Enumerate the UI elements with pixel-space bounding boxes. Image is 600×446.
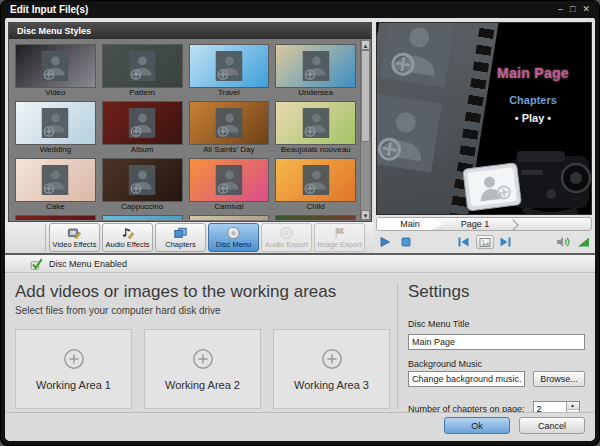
style-label: Travel [189,88,270,98]
style-thumbnail[interactable] [15,101,96,145]
maximize-button[interactable]: □ [570,5,575,14]
video-effects-button[interactable]: Video Effects [49,223,100,252]
close-button[interactable]: ✕ [582,5,590,14]
style-thumbnail[interactable] [102,101,183,145]
background-music-label: Background Music [408,359,585,369]
style-label: Beaujolais nouveau [275,145,356,155]
speaker-button[interactable] [554,235,572,249]
preview-play-link[interactable]: • Play • [481,112,585,124]
style-item-child[interactable]: Child [272,156,359,213]
style-thumbnail[interactable] [189,215,270,220]
style-thumbnail[interactable] [15,215,96,220]
skip-back-button[interactable] [455,235,473,249]
style-thumbnail[interactable] [275,215,356,220]
style-item-partial[interactable] [272,213,359,220]
person-placeholder-icon [129,165,156,195]
disc-menu-button[interactable]: Disc Menu [208,223,259,252]
style-item-cappuccino[interactable]: Cappuccino [99,156,186,213]
person-placeholder-icon [129,51,156,81]
style-thumbnail[interactable] [15,158,96,202]
style-item-partial[interactable] [186,213,273,220]
skip-forward-button[interactable] [497,235,515,249]
working-area-2[interactable]: Working Area 2 [144,329,261,409]
style-label: All Saints' Day [189,145,270,155]
styles-scrollbar[interactable]: ▲ ▼ [360,40,370,220]
volume-wedge-icon [577,236,590,248]
stop-button[interactable] [397,235,415,249]
dialog-footer: Ok Cancel [5,412,595,441]
audio-effects-button[interactable]: Audio Effects [102,223,153,252]
settings-section: Settings Disc Menu Title Background Musi… [408,282,585,417]
style-thumbnail[interactable] [102,158,183,202]
working-area-3[interactable]: Working Area 3 [273,329,390,409]
style-item-partial[interactable] [99,213,186,220]
style-thumbnail[interactable] [102,44,183,88]
style-thumbnail[interactable] [189,158,270,202]
person-placeholder-icon [129,108,156,138]
page-tabs-bar: Main Page 1 [376,217,592,231]
button-label: Image Export [317,241,362,249]
minimize-button[interactable]: – [558,5,563,14]
style-label: Wedding [15,145,96,155]
working-area-label: Working Area 3 [294,379,369,391]
camcorder-image [463,146,592,215]
person-placeholder-icon [215,165,242,195]
browse-button[interactable]: Browse... [533,371,585,387]
style-item-cake[interactable]: Cake [12,156,99,213]
style-item-travel[interactable]: Travel [186,42,273,99]
preview-menu-text: Main Page Chapters • Play • [481,65,585,124]
tab-page-1[interactable]: Page 1 [447,218,503,230]
style-thumbnail[interactable] [275,44,356,88]
working-area-1[interactable]: Working Area 1 [15,329,132,409]
volume-button[interactable] [574,235,592,249]
skip-forward-icon [499,236,512,248]
background-music-input[interactable] [408,371,525,387]
disc-menu-title-input[interactable] [408,334,585,350]
style-item-all-saints-day[interactable]: All Saints' Day [186,99,273,156]
styles-grid[interactable]: Video Pattern Travel [10,40,360,220]
play-button[interactable] [376,235,394,249]
style-item-undersea[interactable]: Undersea [272,42,359,99]
add-plus-icon [63,348,85,370]
style-item-album[interactable]: Album [99,99,186,156]
style-thumbnail[interactable] [189,44,270,88]
style-item-partial[interactable] [12,213,99,220]
toolbar-band: Video Effects Audio Effects [5,222,374,253]
ok-button[interactable]: Ok [444,417,510,434]
window-title: Edit Input File(s) [10,4,88,15]
person-placeholder-icon [302,108,329,138]
scroll-up-icon[interactable]: ▲ [361,40,370,50]
disc-menu-title-label: Disc Menu Title [408,319,585,329]
cancel-button[interactable]: Cancel [519,417,585,434]
style-thumbnail[interactable] [15,44,96,88]
stop-icon [400,236,412,248]
chevron-right-icon [507,219,518,230]
preview-chapters-link[interactable]: Chapters [481,94,585,106]
scrollbar-thumb[interactable] [361,50,370,142]
style-thumbnail[interactable] [189,101,270,145]
audio-effects-icon [120,226,135,240]
lower-section: Add videos or images to the working area… [5,274,595,413]
style-item-pattern[interactable]: Pattern [99,42,186,99]
title-bar[interactable]: Edit Input File(s) – □ ✕ [0,0,600,18]
person-placeholder-icon [215,108,242,138]
scroll-down-icon[interactable]: ▼ [361,210,370,220]
spinner-up-icon[interactable]: ▲ [567,402,579,410]
chapters-button[interactable]: Chapters [155,223,206,252]
style-thumbnail[interactable] [275,158,356,202]
style-item-carnival[interactable]: Carnival [186,156,273,213]
tab-main[interactable]: Main [377,218,443,230]
snapshot-button[interactable] [476,235,494,249]
image-export-button[interactable]: Image Export [314,223,365,252]
settings-heading: Settings [408,282,585,302]
audio-export-button[interactable]: Audio Export [261,223,312,252]
style-thumbnail[interactable] [102,215,183,220]
green-check-icon[interactable] [29,257,44,271]
style-thumbnail[interactable] [275,101,356,145]
menu-preview[interactable]: Main Page Chapters • Play • [376,22,592,215]
style-item-video[interactable]: Video [12,42,99,99]
style-item-beaujolais[interactable]: Beaujolais nouveau [272,99,359,156]
style-item-wedding[interactable]: Wedding [12,99,99,156]
style-label: Video [15,88,96,98]
person-placeholder-icon [379,22,455,88]
